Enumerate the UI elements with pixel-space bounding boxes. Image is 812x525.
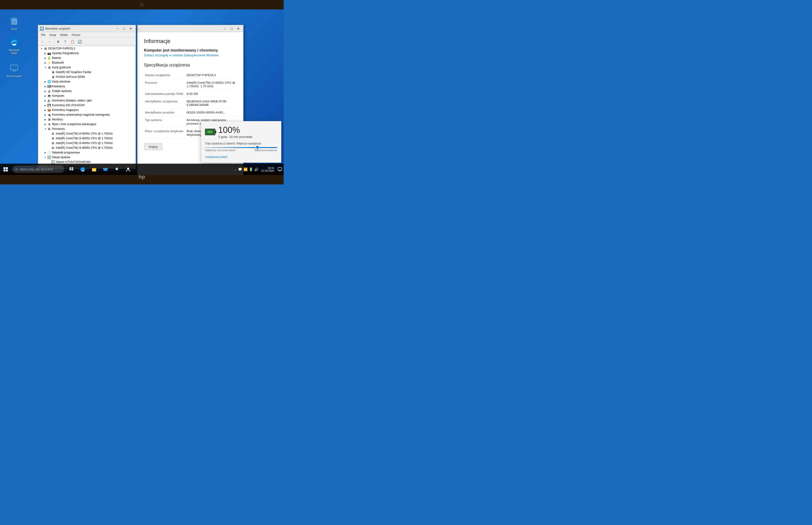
tree-item-karty-sieciowe[interactable]: ▶ 🌐 Karty sieciowe: [39, 79, 135, 84]
kontrolery-dzwieku-toggle[interactable]: ▶: [44, 99, 47, 102]
tree-item-kolejki[interactable]: ▶ 🖨 Kolejki wydruku: [39, 89, 135, 93]
karty-graficzne-toggle[interactable]: ▼: [44, 65, 47, 69]
kontrolery-usb-toggle[interactable]: ▶: [44, 113, 47, 117]
recycle-bin-icon: [9, 15, 20, 27]
copy-button[interactable]: Kopiuj: [144, 143, 163, 150]
toolbar-computer[interactable]: 🖥: [55, 39, 61, 45]
taskbar-app-edge[interactable]: [78, 164, 88, 175]
menu-plik[interactable]: Plik: [39, 33, 47, 37]
maximize-button[interactable]: □: [121, 26, 127, 31]
battery-percent-value: 100%: [218, 125, 240, 135]
menu-widok[interactable]: Widok: [58, 33, 70, 37]
tree-item-kontrolery-magazynu[interactable]: ▶ 📦 Kontrolery magazynu: [39, 108, 135, 112]
tree-item-cpu3[interactable]: ▶ ⚙ Intel(R) Core(TM) i3-4005U CPU @ 1.7…: [39, 141, 135, 146]
tree-item-kontrolery-ide[interactable]: ▶ 💾 Kontrolery IDE ATA/ATAPI: [39, 103, 135, 108]
kontrolery-magazynu-toggle[interactable]: ▶: [44, 108, 47, 112]
info-maximize-button[interactable]: □: [229, 26, 235, 31]
kolejki-toggle[interactable]: ▶: [44, 89, 47, 93]
kolejki-label: Kolejki wydruku: [52, 89, 72, 93]
info-minimize-button[interactable]: −: [222, 26, 228, 31]
stacje-dyskow-toggle[interactable]: ▼: [44, 155, 47, 159]
tree-item-mysz[interactable]: ▶ 🖱 Mysz i inne urządzenia wskazujące: [39, 122, 135, 126]
tray-battery[interactable]: 🔋: [249, 167, 253, 171]
bluetooth-toggle[interactable]: ▶: [44, 61, 47, 64]
taskbar-search-box[interactable]: Wpisz tutaj, aby wyszukać: [12, 166, 64, 173]
svg-rect-24: [72, 167, 73, 169]
tree-item-cpu2[interactable]: ▶ ⚙ Intel(R) Core(TM) i3-4005U CPU @ 1.7…: [39, 136, 135, 141]
device-manager-titlebar[interactable]: Menedżer urządzeń − □ ✕: [38, 25, 136, 32]
taskbar-app-settings[interactable]: [111, 164, 122, 175]
hitachi-icon: 💽: [51, 160, 55, 164]
taskbar: Wpisz tutaj, aby wyszukać: [0, 164, 284, 175]
desktop-icon-recycle-bin[interactable]: Kosz: [5, 14, 24, 31]
tree-item-cpu1[interactable]: ▶ ⚙ Intel(R) Core(TM) i3-4005U CPU @ 1.7…: [39, 131, 135, 136]
tree-item-baterie[interactable]: ▶ 🔋 Baterie: [39, 56, 135, 60]
root-toggle[interactable]: ▼: [40, 47, 44, 50]
desktop-icon-edge[interactable]: Microsoft Edge: [5, 35, 24, 55]
taskbar-app-multitask[interactable]: [66, 164, 77, 175]
tree-item-skladniki[interactable]: ▶ 📄 Składniki programowe: [39, 150, 135, 155]
menu-akcja[interactable]: Akcja: [47, 33, 58, 37]
battery-settings-link[interactable]: Ustawienia baterii: [205, 155, 277, 159]
edge-label: Microsoft Edge: [6, 49, 23, 55]
taskbar-app-people[interactable]: [123, 164, 133, 175]
tree-item-karty-graficzne[interactable]: ▼ 🖥 Karty graficzne: [39, 65, 135, 70]
taskbar-clock[interactable]: 16:41 21.04.2024: [259, 166, 276, 172]
toolbar-help[interactable]: ?: [62, 39, 68, 45]
tree-item-cpu4[interactable]: ▶ ⚙ Intel(R) Core(TM) i3-4005U CPU @ 1.7…: [39, 146, 135, 150]
tray-volume[interactable]: 🔊: [254, 167, 258, 171]
tree-item-kontrolery-dzwieku[interactable]: ▶ 🔊 Kontrolery dźwięku, wideo i gier: [39, 98, 135, 103]
baterie-label: Baterie: [52, 56, 61, 60]
tree-item-cameras[interactable]: ▶ 📷 Aparaty fotograficzne: [39, 51, 135, 56]
info-security-link[interactable]: Zobacz szczegóły w usłudze Zabezpieczeni…: [144, 54, 236, 57]
close-button[interactable]: ✕: [128, 26, 134, 31]
tree-item-nvidia[interactable]: ▶ 🖥 NVIDIA GeForce 820M: [39, 75, 135, 79]
tray-network[interactable]: 📶: [244, 167, 247, 171]
procesory-toggle[interactable]: ▼: [44, 127, 47, 131]
toolbar-back[interactable]: ←: [39, 39, 46, 45]
cameras-toggle[interactable]: ▶: [44, 51, 47, 55]
mysz-label: Mysz i inne urządzenia wskazujące: [52, 122, 96, 126]
spec-value-device-id: 681BD910-2A42-46EB-972B-E1B846C4849B: [186, 97, 236, 109]
baterie-toggle[interactable]: ▶: [44, 56, 47, 60]
komputer-toggle[interactable]: ▶: [44, 94, 47, 97]
menu-pomoc[interactable]: Pomoc: [70, 33, 82, 37]
mysz-toggle[interactable]: ▶: [44, 122, 47, 126]
tray-show-hidden[interactable]: ⌄: [234, 168, 236, 171]
kontrolery-dzwieku-icon: 🔊: [47, 99, 51, 102]
tree-item-stacje-dyskow[interactable]: ▼ 💽 Stacje dysków: [39, 155, 135, 160]
toolbar-scan[interactable]: 🔄: [76, 39, 83, 45]
info-panel-titlebar[interactable]: − □ ✕: [137, 25, 243, 32]
tree-item-klawiatury[interactable]: ▶ ⌨ Klawiatury: [39, 84, 135, 89]
tree-item-intel-hd[interactable]: ▶ 🖥 Intel(R) HD Graphics Family: [39, 70, 135, 75]
toolbar-forward[interactable]: →: [46, 39, 53, 45]
tree-item-bluetooth[interactable]: ▶ ⚡ Bluetooth: [39, 60, 135, 65]
tree-item-procesory[interactable]: ▼ ⚙ Procesory: [39, 126, 135, 131]
minimize-button[interactable]: −: [114, 26, 121, 31]
start-button[interactable]: [0, 164, 11, 175]
tray-notification[interactable]: 💬: [238, 167, 242, 171]
taskbar-app-mail[interactable]: [100, 164, 111, 175]
karty-sieciowe-toggle[interactable]: ▶: [44, 80, 47, 84]
device-manager-title-icon: [40, 27, 44, 30]
taskbar-app-explorer[interactable]: [89, 164, 99, 175]
tree-root[interactable]: ▼ 🖥 DESKTOP-F4PEOL3: [39, 46, 135, 51]
tree-item-monitory[interactable]: ▶ 🖥 Monitory: [39, 117, 135, 122]
toolbar-sep-1: [53, 39, 54, 44]
tree-item-kontrolery-usb[interactable]: ▶ 🔌 Kontrolery uniwersalnej magistrali s…: [39, 112, 135, 117]
power-slider-container[interactable]: Najdłuższy czas pracy baterii Najwyższa …: [205, 147, 277, 152]
tree-item-komputer[interactable]: ▶ 💻 Komputer: [39, 93, 135, 98]
power-slider-thumb[interactable]: [256, 146, 259, 149]
info-close-button[interactable]: ✕: [235, 26, 241, 31]
desktop-icon-my-computer[interactable]: Ten komputer: [5, 61, 24, 78]
skladniki-toggle[interactable]: ▶: [44, 151, 47, 154]
karty-graficzne-label: Karty graficzne: [52, 66, 71, 69]
toolbar-props[interactable]: 📋: [69, 39, 76, 45]
monitory-icon: 🖥: [47, 118, 51, 121]
device-tree[interactable]: ▼ 🖥 DESKTOP-F4PEOL3 ▶ 📷 Aparaty fotograf…: [39, 46, 135, 168]
svg-rect-26: [72, 169, 73, 170]
device-manager-menubar: Plik Akcja Widok Pomoc: [38, 32, 136, 38]
action-center-button[interactable]: [276, 164, 284, 175]
monitory-toggle[interactable]: ▶: [44, 118, 47, 121]
kontrolery-ide-toggle[interactable]: ▶: [44, 103, 47, 107]
